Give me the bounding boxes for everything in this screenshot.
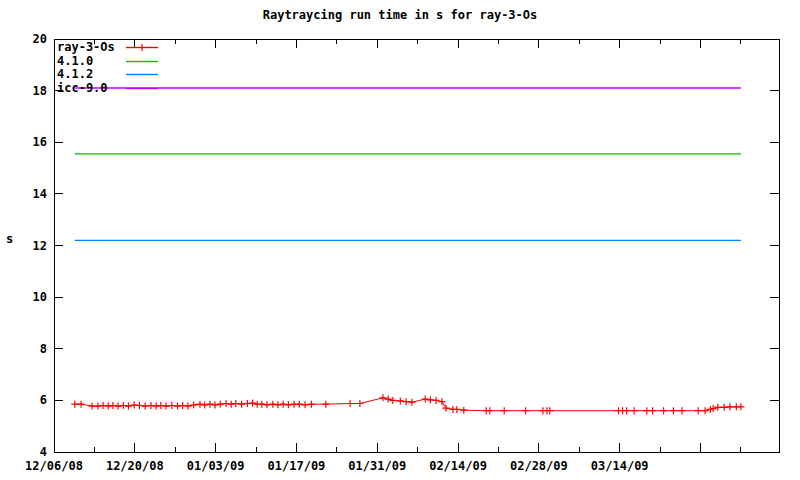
y-tick-label: 10: [33, 290, 47, 304]
legend-label: 4.1.0: [57, 55, 125, 68]
x-tick-label: 01/03/09: [187, 459, 245, 473]
x-tick-label: 01/17/09: [268, 459, 326, 473]
y-tick-label: 4: [40, 445, 47, 459]
x-tick-label: 01/31/09: [348, 459, 406, 473]
series-markers-ray-3-Os: [71, 394, 744, 414]
legend-sample-line: [125, 41, 159, 54]
y-tick-label: 20: [33, 32, 47, 46]
legend-item-4.1.2: 4.1.2: [57, 68, 159, 82]
legend-sample-line: [125, 82, 159, 95]
legend-label: 4.1.2: [57, 68, 125, 81]
legend-item-ray-3-Os: ray-3-Os: [57, 41, 159, 55]
x-tick-label: 03/14/09: [591, 459, 649, 473]
x-tick-label: 02/28/09: [510, 459, 568, 473]
y-tick-label: 16: [33, 135, 47, 149]
legend-item-icc-9.0: icc-9.0: [57, 82, 159, 96]
y-tick-label: 18: [33, 84, 47, 98]
legend-label: ray-3-Os: [57, 41, 125, 54]
y-tick-label: 14: [33, 187, 47, 201]
legend-item-4.1.0: 4.1.0: [57, 55, 159, 69]
legend-label: icc-9.0: [57, 82, 125, 95]
plot-border: [54, 39, 779, 452]
series-line-ray-3-Os: [75, 398, 741, 411]
x-tick-label: 12/06/08: [25, 459, 83, 473]
legend-sample-line: [125, 55, 159, 68]
x-tick-label: 12/20/08: [106, 459, 164, 473]
chart-window: Raytraycing run time in s for ray-3-Os s…: [0, 0, 800, 480]
y-tick-label: 6: [40, 393, 47, 407]
y-tick-label: 8: [40, 342, 47, 356]
y-tick-label: 12: [33, 239, 47, 253]
legend-sample-line: [125, 68, 159, 81]
legend: ray-3-Os4.1.04.1.2icc-9.0: [57, 41, 159, 95]
x-tick-label: 02/14/09: [429, 459, 487, 473]
legend-plus-marker: [139, 44, 146, 51]
